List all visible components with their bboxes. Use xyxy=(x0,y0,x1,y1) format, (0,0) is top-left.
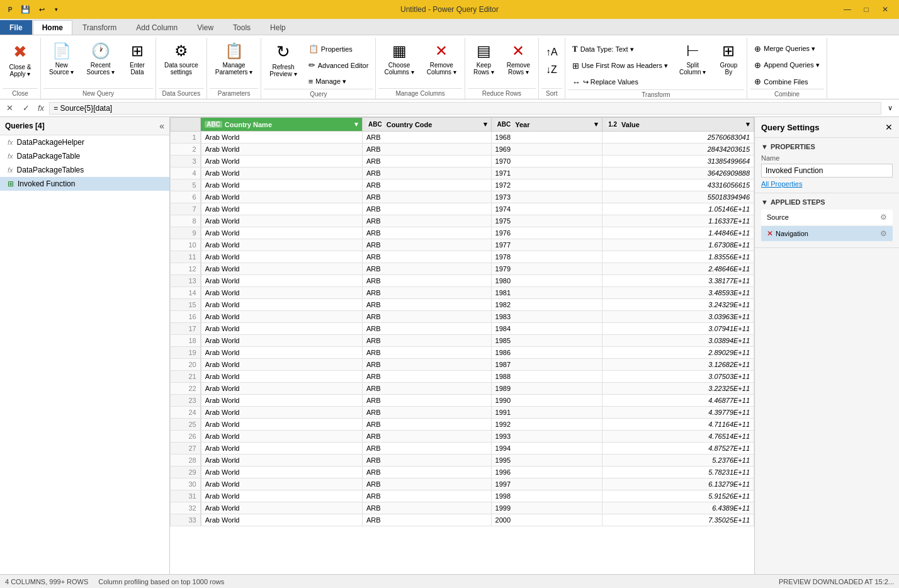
col-filter-icon-code[interactable]: ▾ xyxy=(483,120,487,128)
table-row[interactable]: 22 Arab World ARB 1989 3.22325E+11 xyxy=(171,383,754,395)
data-type-button[interactable]: 𝐓 Data Type: Text ▾ xyxy=(568,42,672,57)
tab-home[interactable]: Home xyxy=(33,20,72,35)
merge-queries-button[interactable]: ⊕ Merge Queries ▾ xyxy=(750,42,824,56)
col-header-country-name[interactable]: ABC Country Name ▾ xyxy=(201,118,363,132)
applied-step-navigation[interactable]: ✕ Navigation ⚙ xyxy=(761,226,893,241)
manage-parameters-button[interactable]: 📋 ManageParameters ▾ xyxy=(210,39,258,79)
new-source-button[interactable]: 📄 NewSource ▾ xyxy=(43,39,79,79)
sort-asc-button[interactable]: ↑A xyxy=(541,44,562,60)
tab-transform[interactable]: Transform xyxy=(73,20,126,35)
tab-tools[interactable]: Tools xyxy=(223,20,260,35)
group-by-button[interactable]: ⊞ GroupBy xyxy=(713,39,744,79)
tab-add-column[interactable]: Add Column xyxy=(127,20,187,35)
append-queries-button[interactable]: ⊕ Append Queries ▾ xyxy=(750,58,824,72)
table-row[interactable]: 17 Arab World ARB 1984 3.07941E+11 xyxy=(171,323,754,335)
tab-help[interactable]: Help xyxy=(261,20,295,35)
data-table-wrapper[interactable]: ABC Country Name ▾ ABC Country Code ▾ xyxy=(170,117,754,574)
formula-expand-button[interactable]: ∨ xyxy=(884,101,896,115)
table-row[interactable]: 25 Arab World ARB 1992 4.71164E+11 xyxy=(171,419,754,431)
col-header-value[interactable]: 1.2 Value ▾ xyxy=(602,118,754,132)
table-row[interactable]: 31 Arab World ARB 1998 5.91526E+11 xyxy=(171,490,754,502)
close-button[interactable]: ✕ xyxy=(876,1,894,18)
quick-access-save[interactable]: 💾 xyxy=(19,3,31,16)
table-row[interactable]: 14 Arab World ARB 1981 3.48593E+11 xyxy=(171,287,754,299)
combine-files-button[interactable]: ⊕ Combine Files xyxy=(750,74,824,89)
query-item-data-package-helper[interactable]: fx DataPackageHelper xyxy=(0,135,169,149)
use-first-row-button[interactable]: ⊞ Use First Row as Headers ▾ xyxy=(568,59,672,73)
table-row[interactable]: 24 Arab World ARB 1991 4.39779E+11 xyxy=(171,407,754,419)
query-item-data-package-table[interactable]: fx DataPackageTable xyxy=(0,149,169,163)
table-row[interactable]: 1 Arab World ARB 1968 25760683041 xyxy=(171,132,754,144)
enter-data-icon: ⊞ xyxy=(131,42,144,60)
step-navigation-x[interactable]: ✕ xyxy=(767,229,773,238)
choose-columns-button[interactable]: ▦ ChooseColumns ▾ xyxy=(378,39,419,79)
table-row[interactable]: 12 Arab World ARB 1979 2.48646E+11 xyxy=(171,263,754,275)
table-row[interactable]: 13 Arab World ARB 1980 3.38177E+11 xyxy=(171,275,754,287)
formula-confirm-button[interactable]: ✓ xyxy=(19,101,33,115)
settings-all-properties-link[interactable]: All Properties xyxy=(761,180,893,188)
col-type-badge-code: ABC xyxy=(366,121,384,128)
sort-desc-button[interactable]: ↓Z xyxy=(541,62,562,78)
table-row[interactable]: 7 Arab World ARB 1974 1.05146E+11 xyxy=(171,203,754,215)
settings-name-input[interactable] xyxy=(761,164,893,178)
quick-access-dropdown[interactable]: ▾ xyxy=(52,3,60,16)
properties-button[interactable]: 📋 Properties xyxy=(304,42,373,56)
keep-rows-button[interactable]: ▤ KeepRows ▾ xyxy=(468,39,500,79)
table-row[interactable]: 2 Arab World ARB 1969 28434203615 xyxy=(171,144,754,155)
table-row[interactable]: 30 Arab World ARB 1997 6.13279E+11 xyxy=(171,478,754,490)
remove-rows-button[interactable]: ✕ RemoveRows ▾ xyxy=(501,39,536,79)
applied-step-source[interactable]: Source ⚙ xyxy=(761,210,893,225)
row-number: 15 xyxy=(171,299,201,311)
table-row[interactable]: 21 Arab World ARB 1988 3.07503E+11 xyxy=(171,371,754,383)
formula-input[interactable] xyxy=(49,102,881,115)
table-row[interactable]: 11 Arab World ARB 1978 1.83556E+11 xyxy=(171,251,754,263)
table-row[interactable]: 9 Arab World ARB 1976 1.44846E+11 xyxy=(171,227,754,239)
tab-file[interactable]: File xyxy=(0,20,32,35)
table-row[interactable]: 16 Arab World ARB 1983 3.03963E+11 xyxy=(171,311,754,323)
table-row[interactable]: 19 Arab World ARB 1986 2.89029E+11 xyxy=(171,347,754,359)
refresh-preview-button[interactable]: ↻ RefreshPreview ▾ xyxy=(264,39,302,81)
formula-cancel-button[interactable]: ✕ xyxy=(3,101,16,115)
table-row[interactable]: 15 Arab World ARB 1982 3.24329E+11 xyxy=(171,299,754,311)
step-navigation-gear[interactable]: ⚙ xyxy=(880,229,887,238)
advanced-editor-button[interactable]: ✏ Advanced Editor xyxy=(304,58,373,72)
table-row[interactable]: 26 Arab World ARB 1993 4.76514E+11 xyxy=(171,431,754,443)
col-filter-icon-country[interactable]: ▾ xyxy=(354,120,358,128)
table-row[interactable]: 6 Arab World ARB 1973 55018394946 xyxy=(171,191,754,203)
table-row[interactable]: 3 Arab World ARB 1970 31385499664 xyxy=(171,155,754,167)
table-row[interactable]: 8 Arab World ARB 1975 1.16337E+11 xyxy=(171,215,754,227)
query-item-data-package-tables[interactable]: fx DataPackageTables xyxy=(0,163,169,177)
cell-year: 1979 xyxy=(491,263,602,275)
col-filter-icon-value[interactable]: ▾ xyxy=(746,120,750,128)
data-source-settings-button[interactable]: ⚙ Data sourcesettings xyxy=(159,39,204,79)
table-row[interactable]: 5 Arab World ARB 1972 43316056615 xyxy=(171,179,754,191)
tab-view[interactable]: View xyxy=(188,20,223,35)
query-item-invoked-function[interactable]: ⊞ Invoked Function xyxy=(0,177,169,191)
step-source-gear[interactable]: ⚙ xyxy=(880,213,887,222)
replace-values-button[interactable]: ↔ ↪ Replace Values xyxy=(568,75,672,89)
table-row[interactable]: 33 Arab World ARB 2000 7.35025E+11 xyxy=(171,514,754,526)
table-row[interactable]: 4 Arab World ARB 1971 36426909888 xyxy=(171,167,754,179)
manage-button[interactable]: ≡ Manage ▾ xyxy=(304,74,373,89)
col-filter-icon-year[interactable]: ▾ xyxy=(594,120,598,128)
col-header-year[interactable]: ABC Year ▾ xyxy=(491,118,602,132)
settings-panel-close-button[interactable]: ✕ xyxy=(885,122,893,132)
queries-panel-collapse-button[interactable]: « xyxy=(159,121,164,131)
table-row[interactable]: 27 Arab World ARB 1994 4.87527E+11 xyxy=(171,443,754,455)
table-row[interactable]: 20 Arab World ARB 1987 3.12682E+11 xyxy=(171,359,754,371)
enter-data-button[interactable]: ⊞ EnterData xyxy=(122,39,153,79)
maximize-button[interactable]: □ xyxy=(857,1,875,18)
split-column-button[interactable]: ⊢ SplitColumn ▾ xyxy=(674,39,711,79)
table-row[interactable]: 10 Arab World ARB 1977 1.67308E+11 xyxy=(171,239,754,251)
quick-access-undo[interactable]: ↩ xyxy=(35,3,48,16)
table-row[interactable]: 23 Arab World ARB 1990 4.46877E+11 xyxy=(171,395,754,407)
table-row[interactable]: 32 Arab World ARB 1999 6.4389E+11 xyxy=(171,502,754,514)
table-row[interactable]: 28 Arab World ARB 1995 5.2376E+11 xyxy=(171,455,754,466)
table-row[interactable]: 18 Arab World ARB 1985 3.03894E+11 xyxy=(171,335,754,347)
table-row[interactable]: 29 Arab World ARB 1996 5.78231E+11 xyxy=(171,466,754,478)
col-header-country-code[interactable]: ABC Country Code ▾ xyxy=(363,118,492,132)
minimize-button[interactable]: — xyxy=(839,1,856,18)
recent-sources-button[interactable]: 🕐 RecentSources ▾ xyxy=(81,39,120,79)
close-apply-button[interactable]: ✖ Close &Apply ▾ xyxy=(3,39,38,81)
remove-columns-button[interactable]: ✕ RemoveColumns ▾ xyxy=(421,39,462,79)
